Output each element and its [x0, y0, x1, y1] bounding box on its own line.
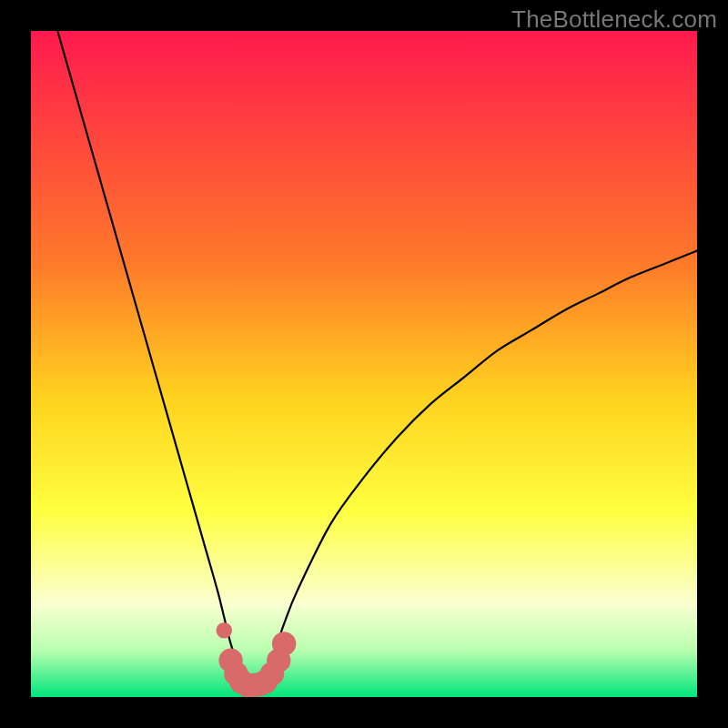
curve-marker: [272, 632, 296, 655]
chart-frame: TheBottleneck.com: [0, 0, 728, 728]
bottleneck-chart: [31, 31, 697, 697]
gradient-background: [31, 31, 697, 697]
curve-marker: [217, 622, 233, 639]
plot-area: [31, 31, 697, 697]
watermark-label: TheBottleneck.com: [511, 5, 717, 34]
